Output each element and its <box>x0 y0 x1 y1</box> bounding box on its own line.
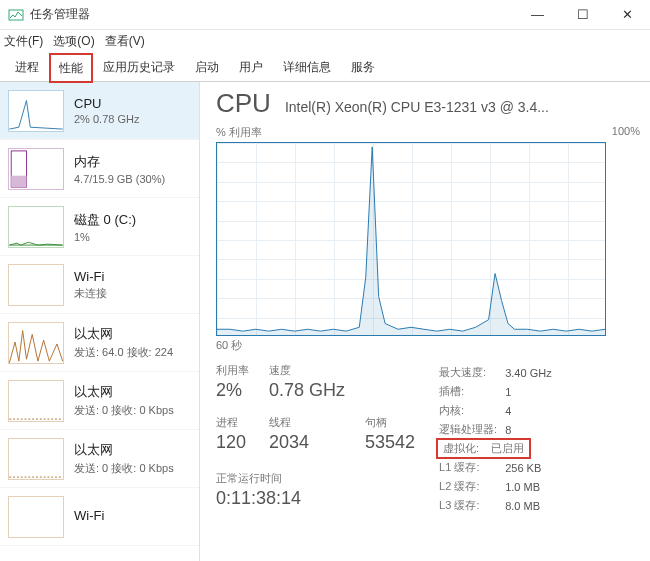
stat-value: 0:11:38:14 <box>216 488 415 509</box>
kv-value: 256 KB <box>505 458 559 477</box>
kv-key: 最大速度: <box>439 363 505 382</box>
stat-threads: 线程 2034 <box>269 415 345 459</box>
stat-value: 53542 <box>365 432 415 453</box>
stat-value: 120 <box>216 432 249 453</box>
sidebar-item-2[interactable]: 磁盘 0 (C:)1% <box>0 198 199 256</box>
sidebar-text: 以太网发送: 64.0 接收: 224 <box>74 325 173 360</box>
kv-key: 内核: <box>439 401 505 420</box>
stat-handles: 句柄 53542 <box>365 415 415 459</box>
sidebar-item-1[interactable]: 内存4.7/15.9 GB (30%) <box>0 140 199 198</box>
svg-rect-2 <box>11 175 26 186</box>
sidebar-item-0[interactable]: CPU2% 0.78 GHz <box>0 82 199 140</box>
kv-key: L1 缓存: <box>439 458 505 477</box>
menu-file[interactable]: 文件(F) <box>4 33 43 50</box>
sidebar-text: 以太网发送: 0 接收: 0 Kbps <box>74 441 174 476</box>
sidebar-thumb <box>8 438 64 480</box>
cpu-chart <box>216 142 606 336</box>
minimize-button[interactable]: — <box>515 0 560 30</box>
kv-value: 8 <box>505 420 559 439</box>
tab-details[interactable]: 详细信息 <box>274 53 340 81</box>
chart-ymax: 100% <box>612 125 640 140</box>
sidebar-thumb <box>8 496 64 538</box>
stat-value: 2034 <box>269 432 345 453</box>
stat-speed: 速度 0.78 GHz <box>269 363 345 407</box>
chart-xlabel: 60 秒 <box>216 338 640 353</box>
kv-row: L3 缓存:8.0 MB <box>439 496 560 515</box>
stats-left: 利用率 2% 速度 0.78 GHz 进程 120 线程 2034 句柄 <box>216 363 415 515</box>
sidebar: CPU2% 0.78 GHz内存4.7/15.9 GB (30%)磁盘 0 (C… <box>0 82 200 561</box>
cpu-model: Intel(R) Xeon(R) CPU E3-1231 v3 @ 3.4... <box>285 99 640 115</box>
sidebar-item-name: Wi-Fi <box>74 508 104 523</box>
kv-key: L2 缓存: <box>439 477 505 496</box>
cpu-heading: CPU <box>216 88 271 119</box>
sidebar-thumb <box>8 148 64 190</box>
close-button[interactable]: ✕ <box>605 0 650 30</box>
sidebar-item-sub: 发送: 0 接收: 0 Kbps <box>74 461 174 476</box>
maximize-button[interactable]: ☐ <box>560 0 605 30</box>
sidebar-item-name: 以太网 <box>74 383 174 401</box>
kv-value: 4 <box>505 401 559 420</box>
sidebar-thumb <box>8 322 64 364</box>
sidebar-item-7[interactable]: Wi-Fi <box>0 488 199 546</box>
sidebar-item-sub: 发送: 0 接收: 0 Kbps <box>74 403 174 418</box>
sidebar-thumb <box>8 206 64 248</box>
sidebar-thumb <box>8 264 64 306</box>
sidebar-item-6[interactable]: 以太网发送: 0 接收: 0 Kbps <box>0 430 199 488</box>
kv-value: 1 <box>505 382 559 401</box>
sidebar-text: Wi-Fi未连接 <box>74 269 107 301</box>
menubar: 文件(F) 选项(O) 查看(V) <box>0 30 650 52</box>
sidebar-item-name: 磁盘 0 (C:) <box>74 211 136 229</box>
kv-value: 8.0 MB <box>505 496 559 515</box>
sidebar-item-name: 以太网 <box>74 325 173 343</box>
kv-table: 最大速度:3.40 GHz插槽:1内核:4逻辑处理器:8虚拟化: 已启用L1 缓… <box>439 363 560 515</box>
stat-processes: 进程 120 <box>216 415 249 459</box>
kv-row: 逻辑处理器:8 <box>439 420 560 439</box>
sidebar-item-4[interactable]: 以太网发送: 64.0 接收: 224 <box>0 314 199 372</box>
sidebar-item-3[interactable]: Wi-Fi未连接 <box>0 256 199 314</box>
kv-value: 3.40 GHz <box>505 363 559 382</box>
stat-label: 进程 <box>216 415 249 430</box>
menu-options[interactable]: 选项(O) <box>53 33 94 50</box>
titlebar: 任务管理器 — ☐ ✕ <box>0 0 650 30</box>
sidebar-item-name: 内存 <box>74 153 165 171</box>
cpu-header: CPU Intel(R) Xeon(R) CPU E3-1231 v3 @ 3.… <box>216 88 640 119</box>
kv-key: L3 缓存: <box>439 496 505 515</box>
menu-view[interactable]: 查看(V) <box>105 33 145 50</box>
tab-processes[interactable]: 进程 <box>6 53 48 81</box>
kv-highlight: 虚拟化: 已启用 <box>439 441 528 456</box>
tab-app-history[interactable]: 应用历史记录 <box>94 53 184 81</box>
stat-value: 0.78 GHz <box>269 380 345 401</box>
stat-label: 正常运行时间 <box>216 471 415 486</box>
kv-row: L2 缓存:1.0 MB <box>439 477 560 496</box>
kv-row: 插槽:1 <box>439 382 560 401</box>
sidebar-item-sub: 发送: 64.0 接收: 224 <box>74 345 173 360</box>
stat-label: 速度 <box>269 363 345 378</box>
sidebar-text: CPU2% 0.78 GHz <box>74 96 139 125</box>
tab-performance[interactable]: 性能 <box>50 54 92 82</box>
chart-ylabel: % 利用率 <box>216 125 262 140</box>
tab-users[interactable]: 用户 <box>230 53 272 81</box>
sidebar-text: 以太网发送: 0 接收: 0 Kbps <box>74 383 174 418</box>
sidebar-item-5[interactable]: 以太网发送: 0 接收: 0 Kbps <box>0 372 199 430</box>
app-icon <box>8 7 24 23</box>
stat-utilization: 利用率 2% <box>216 363 249 407</box>
sidebar-thumb <box>8 380 64 422</box>
sidebar-item-sub: 未连接 <box>74 286 107 301</box>
tab-startup[interactable]: 启动 <box>186 53 228 81</box>
main-panel: CPU Intel(R) Xeon(R) CPU E3-1231 v3 @ 3.… <box>200 82 650 561</box>
stats: 利用率 2% 速度 0.78 GHz 进程 120 线程 2034 句柄 <box>216 363 640 515</box>
content: CPU2% 0.78 GHz内存4.7/15.9 GB (30%)磁盘 0 (C… <box>0 82 650 561</box>
stat-label: 句柄 <box>365 415 415 430</box>
sidebar-item-name: 以太网 <box>74 441 174 459</box>
sidebar-item-name: Wi-Fi <box>74 269 107 284</box>
sidebar-text: 磁盘 0 (C:)1% <box>74 211 136 243</box>
kv-row: L1 缓存:256 KB <box>439 458 560 477</box>
sidebar-thumb <box>8 90 64 132</box>
sidebar-item-sub: 4.7/15.9 GB (30%) <box>74 173 165 185</box>
kv-row: 内核:4 <box>439 401 560 420</box>
tab-services[interactable]: 服务 <box>342 53 384 81</box>
kv-key: 插槽: <box>439 382 505 401</box>
stat-label: 利用率 <box>216 363 249 378</box>
stat-value: 2% <box>216 380 249 401</box>
sidebar-item-name: CPU <box>74 96 139 111</box>
